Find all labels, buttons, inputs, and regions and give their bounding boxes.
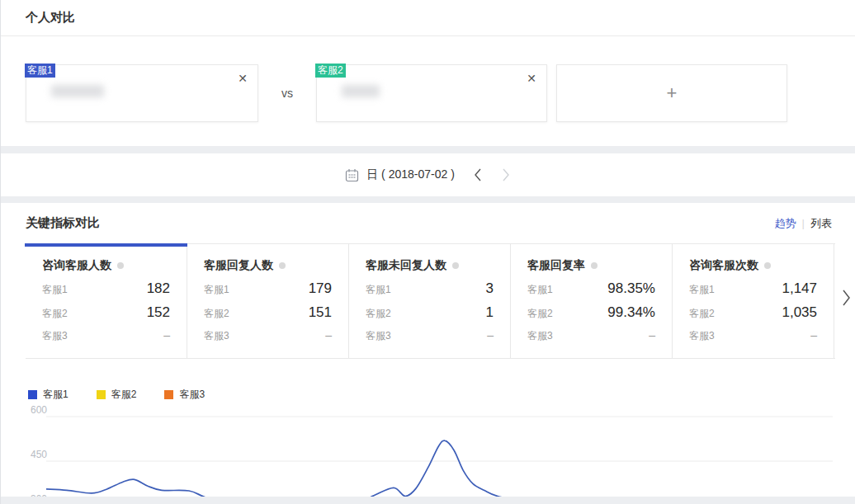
trend-line-chart: 600 450 300	[1, 400, 855, 497]
metric-card-replied-users[interactable]: 客服回复人数 客服1179 客服2151 客服3–	[187, 244, 349, 358]
personal-compare-panel: 个人对比 客服1 ✕ vs 客服2 ✕ +	[1, 0, 855, 146]
ytick-600: 600	[31, 404, 47, 416]
date-bar: 日 ( 2018-07-02 )	[1, 153, 855, 196]
series-line-agent1	[46, 440, 830, 497]
next-date-button[interactable]	[501, 167, 511, 182]
agent-card-1[interactable]: 客服1 ✕	[26, 64, 258, 122]
metric-card-title: 客服回复人数	[204, 258, 273, 273]
metric-row: 客服2152	[42, 304, 170, 321]
agent-tag-2: 客服2	[315, 64, 346, 78]
metric-row: 客服299.34%	[527, 304, 655, 321]
date-label: 日 ( 2018-07-02 )	[366, 167, 455, 182]
metric-card-title: 客服未回复人数	[366, 258, 446, 273]
legend-chip-icon	[28, 390, 37, 399]
metric-row: 客服2151	[204, 304, 332, 321]
calendar-icon	[345, 168, 359, 182]
cards-next-button[interactable]	[841, 288, 852, 311]
view-toggle-trend[interactable]: 趋势	[775, 216, 796, 231]
metric-row: 客服198.35%	[527, 280, 655, 297]
info-dot-icon	[117, 262, 124, 269]
metric-row: 客服11,147	[689, 280, 817, 297]
metrics-title: 关键指标对比	[26, 215, 100, 231]
vs-label: vs	[281, 87, 293, 100]
info-dot-icon	[591, 262, 598, 269]
legend-chip-icon	[164, 390, 173, 399]
metric-card-title: 客服回复率	[527, 258, 585, 273]
legend-item[interactable]: 客服3	[164, 388, 205, 402]
metric-row: 客服1182	[42, 280, 170, 297]
legend-chip-icon	[97, 390, 106, 399]
metric-card-title: 咨询客服次数	[689, 258, 758, 273]
key-metrics-panel: 关键指标对比 趋势 | 列表 咨询客服人数 客服1182 客服2152 客服3–…	[1, 203, 855, 497]
redacted-agent-name-2	[342, 85, 380, 97]
metric-card-unreplied-users[interactable]: 客服未回复人数 客服13 客服21 客服3–	[349, 244, 511, 358]
metric-row: 客服21	[366, 304, 494, 321]
info-dot-icon	[279, 262, 286, 269]
legend-item[interactable]: 客服2	[97, 388, 137, 402]
page-title: 个人对比	[1, 0, 855, 36]
view-toggle-list[interactable]: 列表	[810, 216, 832, 231]
add-agent-button[interactable]: +	[556, 64, 787, 122]
info-dot-icon	[452, 262, 459, 269]
metric-row: 客服3–	[527, 328, 655, 343]
prev-date-button[interactable]	[473, 167, 483, 182]
metric-row: 客服13	[366, 280, 494, 297]
metric-row: 客服3–	[689, 328, 817, 343]
agent-tag-1: 客服1	[25, 64, 55, 78]
redacted-agent-name-1	[51, 85, 104, 97]
legend-item[interactable]: 客服1	[28, 388, 68, 402]
metric-row: 客服3–	[42, 328, 170, 343]
close-icon[interactable]: ✕	[527, 71, 536, 86]
metric-row: 客服3–	[204, 328, 332, 343]
info-dot-icon	[764, 262, 771, 269]
metric-card-consult-count[interactable]: 咨询客服次数 客服11,147 客服21,035 客服3–	[673, 244, 834, 358]
ytick-300: 300	[31, 493, 47, 497]
view-toggle-divider: |	[802, 217, 805, 229]
plus-icon: +	[667, 82, 678, 104]
metric-cards-strip: 咨询客服人数 客服1182 客服2152 客服3– 客服回复人数 客服1179 …	[1, 243, 855, 359]
chart-legend: 客服1 客服2 客服3	[1, 359, 855, 400]
metric-card-reply-rate[interactable]: 客服回复率 客服198.35% 客服299.34% 客服3–	[511, 244, 673, 358]
ytick-450: 450	[31, 449, 47, 460]
close-icon[interactable]: ✕	[238, 71, 248, 86]
compare-row: 客服1 ✕ vs 客服2 ✕ +	[1, 36, 855, 146]
metric-row: 客服3–	[366, 328, 494, 343]
metric-row: 客服21,035	[689, 304, 817, 321]
metric-card-title: 咨询客服人数	[42, 258, 111, 273]
agent-card-2[interactable]: 客服2 ✕	[316, 64, 547, 122]
metric-row: 客服1179	[204, 280, 332, 297]
metric-card-consult-users[interactable]: 咨询客服人数 客服1182 客服2152 客服3–	[26, 244, 187, 358]
view-toggle: 趋势 | 列表	[775, 216, 832, 231]
